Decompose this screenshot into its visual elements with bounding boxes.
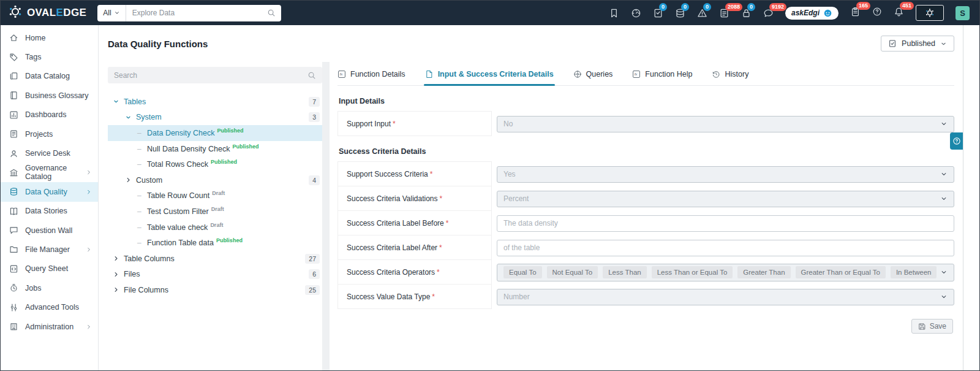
chevron-right-icon [86, 247, 92, 253]
tree-item-function-table-data[interactable]: –Function Table dataPublished [108, 235, 322, 251]
chevron-right-icon[interactable] [113, 271, 124, 278]
tree-item-custom[interactable]: Custom4 [108, 172, 322, 188]
tree-item-null-data-density-check[interactable]: –Null Data Density CheckPublished [108, 141, 322, 157]
tree-item-test-custom-filter[interactable]: –Test Custom FilterDraft [108, 204, 322, 220]
ovaledge-thumb-logo[interactable] [916, 5, 944, 21]
operators-select[interactable]: Equal ToNot Equal ToLess ThanLess Than o… [497, 264, 954, 281]
tab-function-help[interactable]: fxFunction Help [632, 70, 692, 85]
tree-item-table-columns[interactable]: Table Columns27 [108, 251, 322, 267]
operator-chip-equal-to[interactable]: Equal To [503, 266, 542, 278]
tab-queries[interactable]: Queries [573, 70, 613, 85]
support-input-select[interactable]: No [497, 116, 954, 132]
sidebar-item-administration[interactable]: Administration [1, 317, 98, 336]
chevron-right-icon[interactable] [113, 255, 124, 262]
operators-label: Success Criteria Operators* [337, 259, 492, 285]
bookmark-icon[interactable] [609, 8, 619, 18]
sidebar-item-data-catalog[interactable]: Data Catalog [1, 67, 98, 86]
leaf-dash: – [137, 223, 147, 232]
sidebar-item-jobs[interactable]: Jobs [1, 278, 98, 297]
sidebar-item-home[interactable]: Home [1, 28, 98, 47]
ovaledge-logo[interactable]: OVALEDGE [8, 4, 86, 22]
speedometer-icon[interactable] [631, 8, 641, 18]
sidebar-item-data-stories[interactable]: Data Stories [1, 202, 98, 221]
tree-item-system[interactable]: System3 [108, 110, 322, 126]
tab-input-success-criteria-details[interactable]: Input & Success Criteria Details [425, 70, 554, 85]
question-wall-icon [9, 226, 18, 235]
sidebar-item-business-glossary[interactable]: Business Glossary [1, 86, 98, 105]
chevron-down-icon [940, 40, 947, 47]
content-header: Data Quality Functions Published [99, 25, 963, 62]
support-input-row: Support Input* No [337, 112, 954, 136]
sidebar-item-query-sheet[interactable]: Query Sheet [1, 259, 98, 278]
ask-edgi-button[interactable]: askEdgi [785, 7, 839, 20]
sidebar-item-advanced-tools[interactable]: Advanced Tools [1, 297, 98, 316]
search-input[interactable]: Explore Data [126, 9, 268, 17]
sidebar-item-question-wall[interactable]: Question Wall [1, 221, 98, 240]
main-panel: fxFunction DetailsInput & Success Criter… [330, 62, 963, 370]
operator-chip-greater-than-or-equal-to[interactable]: Greater Than or Equal To [796, 266, 886, 278]
tree-item-total-rows-check[interactable]: –Total Rows CheckPublished [108, 156, 322, 172]
chevron-down-icon [940, 120, 948, 128]
ovaledge-logo-icon [8, 4, 23, 22]
note-check-badge: 0 [659, 3, 667, 11]
published-status-dropdown[interactable]: Published [881, 36, 954, 52]
sidebar-item-dashboards[interactable]: Dashboards [1, 105, 98, 124]
label-before-input[interactable] [497, 215, 954, 232]
count-badge: 3 [309, 112, 320, 122]
lock-icon[interactable]: 0 [741, 8, 752, 18]
operator-chip-less-than-or-equal-to[interactable]: Less Than or Equal To [652, 266, 733, 278]
chevron-right-icon[interactable] [125, 177, 136, 183]
operator-chip-less-than[interactable]: Less Than [603, 266, 647, 278]
lock-badge: 0 [747, 3, 755, 11]
sidebar-item-projects[interactable]: Projects [1, 124, 98, 143]
help-icon[interactable] [872, 7, 882, 19]
status-badge: Published [211, 159, 237, 165]
operator-chip-in-between[interactable]: In Between [891, 266, 937, 278]
sidebar-item-governance-catalog[interactable]: Governance Catalog [1, 163, 98, 182]
user-avatar[interactable]: S [956, 6, 970, 20]
chevron-down-icon [940, 170, 948, 178]
tree-item-table-value-check[interactable]: –Table value checkDraft [108, 220, 322, 235]
chevron-right-icon[interactable] [113, 286, 124, 293]
tab-function-details[interactable]: fxFunction Details [337, 70, 405, 85]
operators-row: Success Criteria Operators* Equal ToNot … [337, 260, 954, 285]
sidebar-item-tags[interactable]: Tags [1, 47, 98, 66]
validations-select[interactable]: Percent [497, 191, 954, 207]
chevron-down-icon[interactable] [125, 114, 136, 121]
tree-item-table-rouw-count[interactable]: –Table Rouw CountDraft [108, 188, 322, 204]
sidebar-item-data-quality[interactable]: Data Quality [1, 182, 98, 201]
task-file-icon[interactable]: 2088 [719, 8, 729, 18]
search-icon[interactable] [267, 9, 281, 17]
clipboard-tasks-icon[interactable]: 165 [850, 7, 861, 20]
sidebar-item-service-desk[interactable]: Service Desk [1, 143, 98, 163]
topbar: OVALEDGE All Explore Data 000208809192 a… [1, 1, 979, 25]
chevron-down-icon [940, 195, 948, 202]
chevron-down-icon[interactable] [113, 98, 124, 105]
search-icon [307, 71, 316, 80]
tree-item-data-density-check[interactable]: –Data Density CheckPublished [108, 125, 322, 141]
bell-icon[interactable]: 451 [894, 7, 904, 20]
tree-search-input[interactable]: Search [108, 67, 322, 83]
help-flyout-tab[interactable] [950, 132, 963, 150]
operator-chip-not-equal-to[interactable]: Not Equal To [547, 266, 598, 278]
tab-history[interactable]: History [712, 70, 748, 85]
database-icon[interactable]: 0 [675, 8, 685, 18]
tree-item-files[interactable]: Files6 [108, 267, 322, 283]
tree-item-tables[interactable]: Tables7 [108, 94, 322, 110]
operator-chip-greater-than[interactable]: Greater Than [737, 266, 790, 278]
save-button[interactable]: Save [911, 319, 953, 334]
file-manager-icon [9, 245, 18, 254]
data-type-select[interactable]: Number [497, 289, 954, 305]
tree-item-file-columns[interactable]: File Columns25 [108, 282, 322, 298]
support-success-select[interactable]: Yes [497, 166, 954, 183]
note-check-icon[interactable]: 0 [653, 8, 663, 18]
sidebar-item-file-manager[interactable]: File Manager [1, 240, 98, 259]
alert-triangle-icon[interactable]: 0 [697, 8, 707, 18]
status-badge: Draft [212, 190, 225, 196]
label-after-input[interactable] [497, 240, 954, 256]
data-type-row: Success Value Data Type* Number [337, 285, 954, 309]
ai-chat-icon[interactable]: 9192 [763, 8, 774, 18]
search-scope-dropdown[interactable]: All [97, 5, 126, 21]
status-badge: Published [232, 143, 258, 150]
leaf-dash: – [137, 239, 147, 247]
